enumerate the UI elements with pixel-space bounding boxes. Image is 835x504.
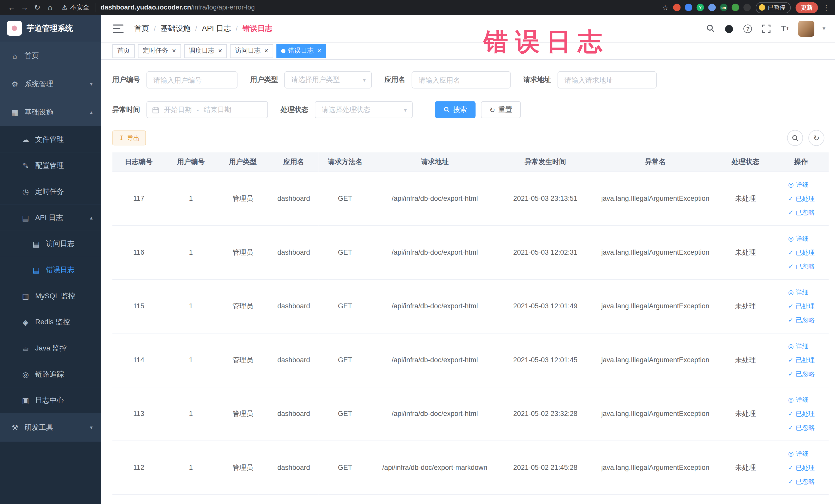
- view-tab[interactable]: 定时任务×: [138, 44, 181, 58]
- detail-link[interactable]: ◎详细: [788, 178, 826, 191]
- fullscreen-icon[interactable]: [761, 23, 772, 34]
- reset-button[interactable]: ↻ 重置: [481, 101, 521, 118]
- github-icon[interactable]: [724, 23, 734, 34]
- update-button[interactable]: 更新: [795, 2, 818, 13]
- close-icon[interactable]: ×: [264, 47, 268, 55]
- table-body: 1171管理员dashboardGET/api/infra/db-doc/exp…: [113, 172, 829, 494]
- detail-link[interactable]: ◎详细: [788, 285, 826, 299]
- close-icon[interactable]: ×: [218, 47, 222, 55]
- search-button[interactable]: 搜索: [435, 101, 476, 118]
- request-url-input[interactable]: [557, 72, 657, 88]
- breadcrumb-item[interactable]: 首页: [134, 24, 149, 33]
- ignored-link[interactable]: ✓已忽略: [788, 367, 826, 381]
- sidebar-item[interactable]: ✎配置管理: [0, 152, 101, 178]
- sidebar-item-label: 访问日志: [46, 239, 75, 248]
- cell-time: 2021-05-03 23:13:51: [498, 172, 593, 225]
- extension-target-icon[interactable]: [673, 4, 680, 11]
- processed-link[interactable]: ✓已处理: [788, 299, 826, 313]
- ignored-link[interactable]: ✓已忽略: [788, 313, 826, 327]
- sidebar-item-label: 配置管理: [35, 160, 64, 170]
- detail-link[interactable]: ◎详细: [788, 339, 826, 353]
- sidebar-item[interactable]: ◈Redis 监控: [0, 309, 101, 335]
- processed-link[interactable]: ✓已处理: [788, 353, 826, 367]
- ignored-link[interactable]: ✓已忽略: [788, 259, 826, 273]
- exception-time-range-picker[interactable]: 开始日期 - 结束日期: [147, 101, 268, 118]
- chevron-down-icon[interactable]: ▾: [822, 25, 825, 32]
- breadcrumb-item[interactable]: API 日志: [202, 24, 231, 33]
- user-id-input[interactable]: [147, 72, 238, 88]
- export-button[interactable]: ↧ 导出: [113, 130, 146, 145]
- avatar[interactable]: [798, 21, 814, 37]
- sidebar-item[interactable]: ▤API 日志▴: [0, 205, 101, 231]
- processed-link[interactable]: ✓已处理: [788, 407, 826, 421]
- view-tab[interactable]: 错误日志×: [276, 44, 326, 58]
- cell-method: GET: [319, 387, 372, 441]
- sidebar-item[interactable]: ☕Java 监控: [0, 335, 101, 361]
- column-header: 日志编号: [113, 152, 165, 172]
- detail-link[interactable]: ◎详细: [788, 231, 826, 245]
- sidebar-item[interactable]: ▥MySQL 监控: [0, 283, 101, 309]
- extension-on-icon[interactable]: on: [720, 4, 728, 11]
- extension-tray: Yon: [673, 4, 751, 11]
- sidebar-item[interactable]: ⚒研发工具▾: [0, 414, 101, 442]
- extension-grid-icon[interactable]: [708, 4, 716, 11]
- bookmark-star-icon[interactable]: ☆: [662, 3, 668, 11]
- font-size-icon[interactable]: TT: [780, 23, 790, 34]
- view-tab[interactable]: 访问日志×: [230, 44, 273, 58]
- api-log-icon: ▤: [21, 213, 30, 222]
- gear-icon: ⚙: [11, 80, 19, 88]
- ignored-link[interactable]: ✓已忽略: [788, 474, 826, 488]
- browser-menu-icon[interactable]: ⋮: [823, 3, 830, 11]
- breadcrumb-item[interactable]: 基础设施: [161, 24, 190, 33]
- sidebar-item[interactable]: ◎链路追踪: [0, 361, 101, 387]
- sidebar-item-label: 研发工具: [24, 423, 53, 432]
- sidebar-item-label: 文件管理: [35, 135, 64, 144]
- close-icon[interactable]: ×: [317, 47, 321, 55]
- detail-link[interactable]: ◎详细: [788, 393, 826, 407]
- sidebar-item[interactable]: ▤访问日志: [0, 230, 101, 257]
- refresh-table-icon[interactable]: ↻: [808, 130, 824, 146]
- app-logo[interactable]: 芋道管理系统: [0, 15, 101, 42]
- search-icon[interactable]: [705, 23, 716, 34]
- reload-icon[interactable]: ↻: [31, 3, 44, 12]
- paused-label: 已暂停: [768, 3, 786, 11]
- sidebar-item[interactable]: ◷定时任务: [0, 178, 101, 205]
- processed-link[interactable]: ✓已处理: [788, 245, 826, 259]
- toggle-search-icon[interactable]: [787, 130, 803, 146]
- sidebar-item[interactable]: ▦基础设施▴: [0, 98, 101, 126]
- extension-leaf-icon[interactable]: [732, 4, 739, 11]
- process-status-select[interactable]: 请选择处理状态 ▾: [315, 101, 413, 118]
- cell-actions: ◎详细✓已处理✓已忽略: [773, 333, 829, 387]
- sidebar-item[interactable]: ☁文件管理: [0, 126, 101, 153]
- close-icon[interactable]: ×: [172, 47, 176, 55]
- browser-home-icon[interactable]: ⌂: [44, 3, 57, 12]
- app-name-input[interactable]: [412, 72, 511, 88]
- column-header: 操作: [773, 152, 829, 172]
- view-tab[interactable]: 首页: [113, 44, 135, 58]
- cell-exception: java.lang.IllegalArgumentException: [593, 172, 718, 225]
- processed-link[interactable]: ✓已处理: [788, 191, 826, 205]
- detail-link[interactable]: ◎详细: [788, 447, 826, 461]
- extension-y-icon[interactable]: Y: [697, 4, 704, 11]
- forward-icon[interactable]: →: [18, 3, 31, 12]
- hamburger-icon[interactable]: [113, 24, 123, 33]
- processed-link[interactable]: ✓已处理: [788, 461, 826, 475]
- check-icon: ✓: [788, 313, 793, 327]
- address-bar[interactable]: dashboard.yudao.iocoder.cn/infra/log/api…: [101, 4, 255, 11]
- security-chip[interactable]: ⚠ 不安全: [62, 3, 95, 12]
- cell-method: GET: [319, 225, 372, 279]
- ignored-link[interactable]: ✓已忽略: [788, 205, 826, 219]
- user-type-select[interactable]: 请选择用户类型 ▾: [284, 72, 372, 88]
- back-icon[interactable]: ←: [5, 3, 18, 12]
- sidebar-item[interactable]: ▤错误日志: [0, 257, 101, 283]
- config-edit-icon: ✎: [21, 161, 30, 170]
- paused-badge[interactable]: 已暂停: [756, 2, 791, 13]
- sidebar-item[interactable]: ▣日志中心: [0, 387, 101, 414]
- help-icon[interactable]: ?: [742, 23, 753, 34]
- sidebar-item[interactable]: ⌂首页: [0, 42, 101, 70]
- extension-paw-icon[interactable]: [744, 4, 751, 11]
- view-tab[interactable]: 调度日志×: [184, 44, 227, 58]
- ignored-link[interactable]: ✓已忽略: [788, 421, 826, 435]
- sidebar-item[interactable]: ⚙系统管理▾: [0, 70, 101, 98]
- extension-drop-icon[interactable]: [685, 4, 692, 11]
